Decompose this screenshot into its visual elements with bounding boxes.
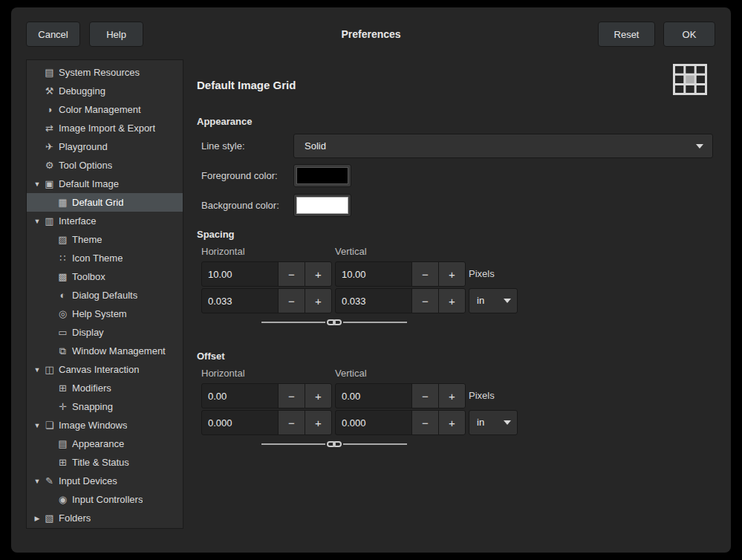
sidebar-item-label: System Resources: [59, 67, 140, 78]
sidebar-item-label: Default Grid: [72, 197, 123, 208]
foreground-color-button[interactable]: [293, 164, 351, 187]
sidebar-item-input-devices[interactable]: ▼✎Input Devices: [27, 472, 183, 490]
sidebar-item-default-grid[interactable]: ▦Default Grid: [27, 193, 183, 212]
tree-expander-expanded-icon[interactable]: ▼: [31, 218, 43, 225]
sidebar-item-playground[interactable]: ✈Playground: [27, 137, 183, 156]
spacing-vertical-unit-decrement-button[interactable]: −: [411, 288, 439, 313]
sidebar-item-tool-options[interactable]: ⚙Tool Options: [27, 156, 183, 175]
spacing-horizontal-unit-decrement-button[interactable]: −: [278, 288, 305, 313]
sidebar-item-display[interactable]: ▭Display: [27, 323, 183, 342]
chain-line: [343, 322, 407, 323]
system-resources-icon: ▤: [43, 67, 56, 78]
spacing-horizontal-pixels-spinbox: − +: [201, 261, 332, 287]
spacing-vertical-unit-input[interactable]: [335, 288, 412, 313]
sidebar-item-canvas-interaction[interactable]: ▼◫Canvas Interaction: [27, 360, 183, 379]
input-devices-icon: ✎: [43, 475, 56, 486]
sidebar-item-image-import-export[interactable]: ⇄Image Import & Export: [27, 119, 183, 137]
sidebar-item-toolbox[interactable]: ▩Toolbox: [27, 267, 183, 286]
tool-options-icon: ⚙: [43, 160, 56, 171]
sidebar-item-label: Help System: [72, 308, 127, 319]
spacing-unit-value: in: [477, 289, 484, 312]
sidebar-item-label: Input Devices: [59, 475, 117, 486]
sidebar-item-input-controllers[interactable]: ◉Input Controllers: [27, 490, 183, 509]
sidebar-item-system-resources[interactable]: ▤System Resources: [27, 63, 183, 82]
sidebar-item-theme[interactable]: ▨Theme: [27, 230, 183, 249]
tree-expander-collapsed-icon[interactable]: ▶: [31, 515, 43, 522]
minus-icon: −: [288, 390, 295, 403]
sidebar-item-label: Appearance: [72, 438, 124, 449]
spacing-chain-button[interactable]: [261, 316, 407, 328]
offset-horizontal-unit-decrement-button[interactable]: −: [278, 410, 305, 435]
sidebar-item-label: Title & Status: [72, 457, 129, 468]
sidebar-item-appearance[interactable]: ▤Appearance: [27, 434, 183, 453]
offset-unit-select[interactable]: in: [469, 410, 518, 435]
sidebar-item-label: Input Controllers: [72, 494, 143, 505]
appearance-icon: ▤: [56, 438, 69, 449]
spacing-horizontal-unit-input[interactable]: [201, 288, 279, 313]
sidebar-item-folders[interactable]: ▶▧Folders: [27, 509, 183, 527]
offset-vertical-unit-input[interactable]: [335, 410, 412, 435]
snapping-icon: ✛: [56, 401, 69, 412]
default-grid-icon: ▦: [56, 197, 69, 208]
offset-horizontal-unit-increment-button[interactable]: +: [305, 410, 332, 435]
sidebar-item-snapping[interactable]: ✛Snapping: [27, 397, 183, 416]
minus-icon: −: [288, 417, 295, 429]
offset-vertical-unit-decrement-button[interactable]: −: [411, 410, 439, 435]
sidebar-item-title-status[interactable]: ⊞Title & Status: [27, 453, 183, 472]
offset-pixels-unit-label: Pixels: [469, 383, 495, 408]
background-color-button[interactable]: [293, 194, 351, 217]
offset-vertical-pixels-increment-button[interactable]: +: [438, 383, 466, 408]
line-style-select[interactable]: Solid: [293, 134, 713, 158]
spacing-vertical-pixels-decrement-button[interactable]: −: [411, 261, 439, 287]
offset-vertical-unit-increment-button[interactable]: +: [438, 410, 466, 435]
sidebar-item-label: Image Windows: [59, 420, 127, 431]
offset-vertical-pixels-decrement-button[interactable]: −: [411, 383, 439, 408]
offset-horizontal-pixels-increment-button[interactable]: +: [305, 383, 332, 408]
tree-expander-expanded-icon[interactable]: ▼: [31, 478, 43, 485]
sidebar-item-image-windows[interactable]: ▼❏Image Windows: [27, 416, 183, 434]
line-style-label: Line style:: [201, 134, 245, 158]
tree-expander-expanded-icon[interactable]: ▼: [31, 422, 43, 429]
sidebar-item-default-image[interactable]: ▼▣Default Image: [27, 175, 183, 193]
spacing-vertical-pixels-increment-button[interactable]: +: [438, 261, 466, 287]
offset-chain-button[interactable]: [261, 438, 407, 450]
minus-icon: −: [422, 295, 429, 307]
sidebar-item-help-system[interactable]: ◎Help System: [27, 305, 183, 323]
spacing-horizontal-pixels-input[interactable]: [201, 261, 279, 287]
sidebar-item-window-management[interactable]: ⧉Window Management: [27, 342, 183, 360]
sidebar-item-label: Modifiers: [72, 382, 111, 394]
sidebar-item-color-management[interactable]: ◑Color Management: [27, 100, 183, 119]
sidebar-item-icon-theme[interactable]: ∷Icon Theme: [27, 249, 183, 267]
spacing-horizontal-pixels-increment-button[interactable]: +: [305, 261, 332, 287]
sidebar-item-modifiers[interactable]: ⊞Modifiers: [27, 379, 183, 397]
minus-icon: −: [288, 295, 295, 307]
tree-expander-expanded-icon[interactable]: ▼: [31, 180, 43, 188]
sidebar-item-debugging[interactable]: ⚒Debugging: [27, 82, 183, 100]
offset-horizontal-unit-input[interactable]: [201, 410, 279, 435]
ok-button[interactable]: OK: [663, 22, 715, 47]
titlebar: Cancel Help Preferences Reset OK: [11, 7, 731, 56]
offset-heading: Offset: [197, 351, 225, 362]
sidebar-item-interface[interactable]: ▼▥Interface: [27, 212, 183, 230]
spacing-vertical-unit-increment-button[interactable]: +: [438, 288, 466, 313]
offset-horizontal-pixels-spinbox: − +: [201, 383, 332, 408]
chain-line: [343, 443, 407, 445]
minus-icon: −: [288, 268, 295, 281]
spacing-horizontal-unit-increment-button[interactable]: +: [305, 288, 332, 313]
sidebar-item-label: Color Management: [59, 104, 141, 115]
tree-expander-expanded-icon[interactable]: ▼: [31, 366, 43, 374]
sidebar-item-label: Default Image: [59, 178, 119, 189]
offset-horizontal-pixels-decrement-button[interactable]: −: [278, 383, 305, 408]
plus-icon: +: [315, 268, 322, 281]
spacing-vertical-pixels-input[interactable]: [335, 261, 412, 287]
sidebar-item-dialog-defaults[interactable]: ◐Dialog Defaults: [27, 286, 183, 305]
display-icon: ▭: [56, 327, 69, 338]
offset-vertical-pixels-input[interactable]: [335, 383, 412, 408]
spacing-horizontal-pixels-decrement-button[interactable]: −: [278, 261, 305, 287]
spacing-unit-select[interactable]: in: [469, 288, 518, 313]
spacing-vertical-pixels-spinbox: − +: [335, 261, 466, 287]
reset-button[interactable]: Reset: [598, 22, 655, 47]
offset-horizontal-pixels-input[interactable]: [201, 383, 279, 408]
plus-icon: +: [449, 390, 455, 403]
plus-icon: +: [449, 268, 455, 281]
